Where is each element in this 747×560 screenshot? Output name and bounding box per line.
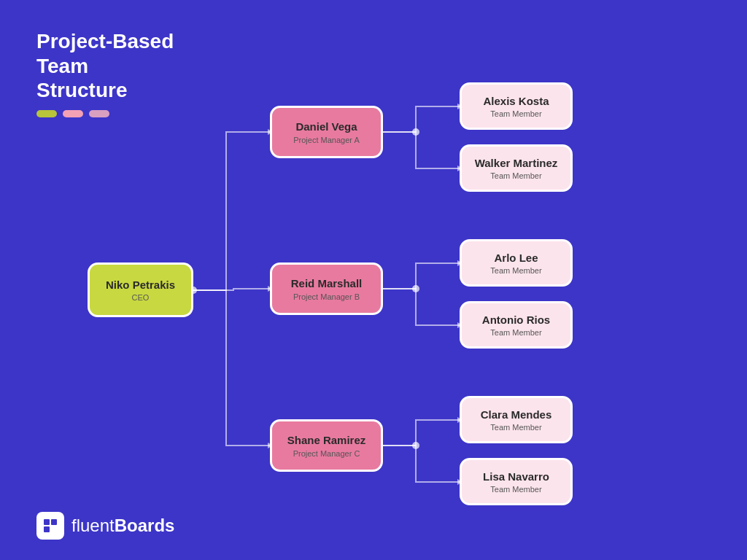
- ceo-node: Niko Petrakis CEO: [88, 262, 193, 317]
- connectors-svg: [44, 36, 732, 487]
- member-lisa-title: Team Member: [490, 485, 541, 494]
- member-lisa-node: Lisa Navarro Team Member: [460, 458, 573, 505]
- member-lisa-name: Lisa Navarro: [483, 470, 549, 484]
- member-clara-name: Clara Mendes: [481, 408, 552, 422]
- member-walker-name: Walker Martinez: [475, 156, 558, 171]
- ceo-name: Niko Petrakis: [106, 278, 175, 292]
- pm-a-node: Daniel Vega Project Manager A: [270, 106, 383, 158]
- logo-svg: [42, 517, 59, 534]
- member-alexis-name: Alexis Kosta: [483, 94, 549, 109]
- logo-fluent: fluent: [71, 516, 115, 535]
- member-arlo-name: Arlo Lee: [494, 251, 538, 265]
- member-clara-node: Clara Mendes Team Member: [460, 396, 573, 443]
- member-antonio-name: Antonio Rios: [482, 313, 550, 327]
- logo-boards: Boards: [115, 516, 175, 535]
- pm-b-name: Reid Marshall: [291, 276, 363, 291]
- org-chart: Niko Petrakis CEO Daniel Vega Project Ma…: [44, 36, 732, 487]
- member-antonio-title: Team Member: [490, 328, 541, 337]
- member-walker-title: Team Member: [490, 171, 541, 180]
- logo-icon: [36, 512, 64, 540]
- pm-a-title: Project Manager A: [293, 136, 360, 144]
- pm-c-name: Shane Ramirez: [287, 433, 366, 448]
- ceo-title: CEO: [132, 293, 150, 302]
- member-alexis-title: Team Member: [490, 109, 541, 118]
- member-arlo-node: Arlo Lee Team Member: [460, 239, 573, 287]
- svg-point-2: [412, 285, 419, 292]
- pm-b-title: Project Manager B: [293, 292, 360, 301]
- member-walker-node: Walker Martinez Team Member: [460, 144, 573, 192]
- svg-point-3: [412, 442, 419, 449]
- svg-rect-13: [44, 519, 50, 525]
- pm-b-node: Reid Marshall Project Manager B: [270, 262, 383, 315]
- pm-a-name: Daniel Vega: [295, 120, 357, 134]
- member-arlo-title: Team Member: [490, 266, 541, 275]
- logo-section: fluentBoards: [36, 512, 174, 540]
- member-alexis-node: Alexis Kosta Team Member: [460, 82, 573, 130]
- svg-rect-15: [44, 526, 50, 532]
- pm-c-node: Shane Ramirez Project Manager C: [270, 419, 383, 472]
- svg-point-1: [412, 128, 419, 136]
- member-antonio-node: Antonio Rios Team Member: [460, 301, 573, 349]
- member-clara-title: Team Member: [490, 423, 541, 432]
- svg-rect-14: [51, 519, 57, 525]
- pm-c-title: Project Manager C: [293, 449, 360, 458]
- logo-text: fluentBoards: [71, 516, 174, 536]
